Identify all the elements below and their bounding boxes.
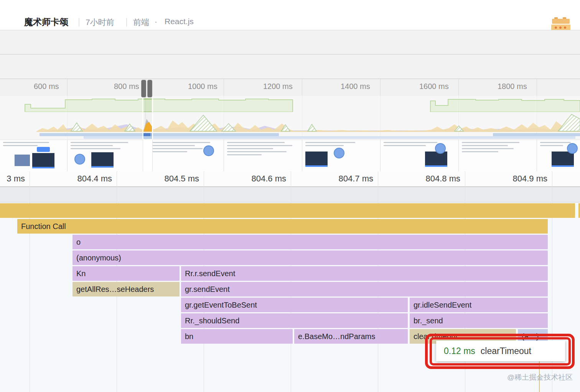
filmstrip-thumbnail[interactable]	[380, 140, 458, 172]
flame-bar-basemodel-params[interactable]: e.BaseMo…ndParams	[294, 329, 408, 344]
filmstrip-thumbnail[interactable]	[224, 140, 302, 172]
ruler-tick: 804.8 ms	[426, 174, 461, 184]
overview-veil	[153, 96, 580, 140]
overview-tick: 1600 ms	[419, 82, 449, 91]
flame-bar-geteventtobesent[interactable]: gr.getEventToBeSent	[181, 298, 408, 312]
flame-bar-sendevent[interactable]: Rr.r.sendEvent	[181, 266, 548, 281]
flame-bar-task[interactable]	[0, 203, 575, 218]
screenshot-filmstrip[interactable]	[0, 140, 580, 171]
flame-bar-shouldsend[interactable]: Rr._shouldSend	[181, 313, 408, 328]
calendar-icon-part	[559, 26, 562, 29]
overview-veil	[0, 96, 143, 140]
dot-separator: ·	[155, 17, 157, 26]
flame-bar-kn[interactable]: Kn	[72, 266, 180, 281]
calendar-icon-part	[555, 26, 557, 29]
filmstrip-thumbnail[interactable]	[67, 140, 145, 172]
flame-bar-gr-sendevent[interactable]: gr.sendEvent	[181, 282, 548, 296]
ruler-tick: 804.9 ms	[513, 174, 548, 184]
flame-bar-getallresponseheaders[interactable]: getAllRes…seHeaders	[72, 282, 180, 296]
network-bar-selected	[143, 133, 150, 136]
post-category[interactable]: 前端	[133, 17, 149, 28]
flame-bar-o[interactable]: o	[72, 235, 548, 249]
collapsed-lane[interactable]	[0, 187, 580, 203]
ruler-tick: 804.6 ms	[252, 174, 287, 184]
filmstrip-thumbnail[interactable]	[537, 140, 580, 172]
annotation-highlight-inner	[430, 337, 571, 366]
watermark: @稀土掘金技术社区	[507, 372, 573, 382]
overview-tick: 1800 ms	[498, 82, 527, 91]
performance-toolbar: jin.cn #1 ▼ ✓ Screenshots Memory	[0, 54, 580, 79]
flame-bar-task[interactable]	[578, 203, 580, 218]
overview-tick: 1400 ms	[341, 82, 370, 91]
ruler-tick: 804.4 ms	[77, 174, 112, 184]
filmstrip-thumbnail[interactable]	[458, 140, 537, 172]
filmstrip-thumbnail[interactable]	[302, 140, 380, 172]
ruler-tick: 804.5 ms	[165, 174, 199, 184]
calendar-icon[interactable]	[551, 18, 571, 30]
flame-bar-function-call[interactable]: Function Call	[17, 219, 548, 234]
selection-edge	[152, 96, 153, 140]
overview-tick: 600 ms	[34, 82, 59, 91]
flame-bar-idlesendevent[interactable]: gr.idleSendEvent	[410, 298, 548, 312]
post-topic[interactable]: React.js	[165, 17, 194, 26]
article-header: 魔术师卡颂 7小时前 前端 · React.js	[0, 0, 580, 30]
flame-bar-anonymous[interactable]: (anonymous)	[72, 250, 548, 265]
selection-band[interactable]	[143, 140, 153, 171]
post-time: 7小时前	[86, 17, 114, 28]
devtools-tab-bar: ole Sources Network Audits Performance M…	[0, 30, 580, 54]
calendar-icon-part	[564, 26, 566, 29]
overview-tick: 1000 ms	[188, 82, 218, 91]
timeline-overview[interactable]: 600 ms 800 ms 1000 ms 1200 ms 1400 ms 16…	[0, 79, 580, 171]
divider	[126, 18, 127, 26]
flame-bar-br-send[interactable]: br._send	[410, 313, 548, 328]
overview-tick: 1200 ms	[263, 82, 293, 91]
selection-edge	[142, 96, 143, 140]
flame-chart-ruler: 3 ms 804.4 ms 804.5 ms 804.6 ms 804.7 ms…	[0, 171, 580, 187]
flame-bar-bn[interactable]: bn	[181, 329, 293, 344]
divider	[79, 18, 79, 26]
overview-tick: 800 ms	[114, 82, 139, 91]
filmstrip-thumbnail[interactable]	[0, 140, 67, 172]
ruler-tick: 3 ms	[7, 174, 25, 184]
selection-handle-left[interactable]	[141, 80, 146, 97]
calendar-icon-part	[552, 19, 570, 24]
author-name[interactable]: 魔术师卡颂	[24, 16, 68, 28]
filmstrip-thumbnail[interactable]	[145, 140, 224, 172]
selection-handle-right[interactable]	[147, 80, 152, 97]
ruler-tick: 804.7 ms	[339, 174, 374, 184]
